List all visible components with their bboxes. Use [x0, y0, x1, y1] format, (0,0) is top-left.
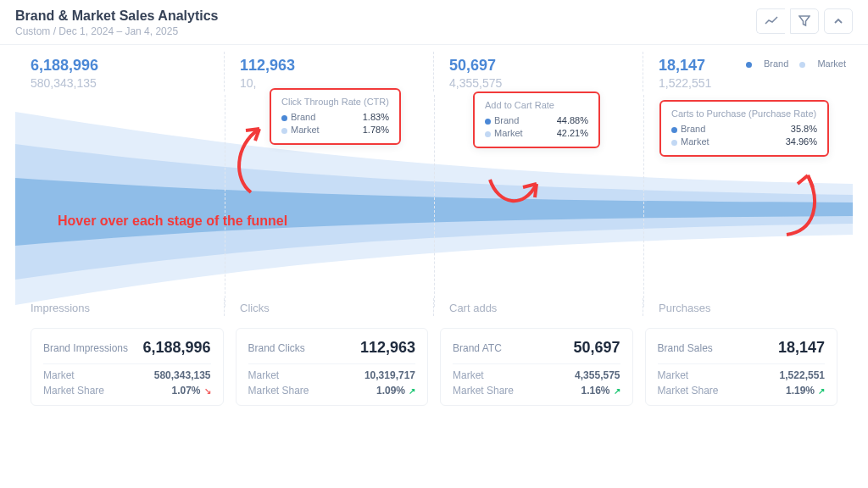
card-brand-label: Brand Sales: [658, 342, 713, 354]
chart-view-button[interactable]: [756, 8, 785, 34]
ctr-market: 1.78%: [363, 125, 389, 135]
stage-numbers-row: 6,188,996 580,343,135 112,963 10, 50,697…: [15, 52, 853, 92]
metric-card-impressions[interactable]: Brand Impressions 6,188,996 Market580,34…: [31, 328, 224, 406]
card-brand-label: Brand Clicks: [248, 342, 305, 354]
card-share-label: Market Share: [248, 385, 309, 396]
line-chart-icon: [765, 15, 778, 27]
tooltip-title: Click Through Rate (CTR): [281, 97, 389, 107]
filter-button[interactable]: [790, 8, 819, 34]
tooltip-atc: Add to Cart Rate Brand44.88% Market42.21…: [473, 92, 600, 148]
stage-col-impressions[interactable]: 6,188,996 580,343,135: [15, 52, 225, 92]
brand-count: 50,697: [449, 57, 627, 75]
card-share-value: 1.07%: [171, 385, 200, 396]
market-count: 1,522,551: [659, 76, 837, 90]
title-block: Brand & Market Sales Analytics Custom / …: [15, 8, 219, 37]
card-market-value: 4,355,575: [575, 369, 620, 381]
trend-up-icon: ↗: [614, 386, 620, 396]
chevron-up-icon: [833, 16, 843, 26]
atc-market: 42.21%: [557, 128, 588, 138]
funnel-chart[interactable]: Click Through Rate (CTR) Brand1.83% Mark…: [15, 95, 853, 307]
card-brand-label: Brand Impressions: [43, 342, 128, 354]
brand-count: 6,188,996: [31, 57, 209, 75]
legend-dot-brand: [746, 62, 752, 68]
tooltip-ctr: Click Through Rate (CTR) Brand1.83% Mark…: [270, 88, 401, 145]
legend-market: Market: [817, 58, 846, 69]
card-share-value: 1.19%: [786, 385, 815, 396]
card-share-value: 1.16%: [581, 385, 609, 396]
card-market-label: Market: [658, 369, 689, 381]
legend-brand: Brand: [764, 58, 788, 69]
collapse-button[interactable]: [824, 8, 853, 34]
tooltip-title: Carts to Purchase (Purchase Rate): [671, 108, 817, 119]
card-brand-value: 112,963: [360, 339, 415, 357]
card-share-label: Market Share: [43, 385, 104, 396]
page-title: Brand & Market Sales Analytics: [15, 8, 219, 24]
trend-down-icon: ↘: [204, 386, 211, 396]
tooltip-purchase: Carts to Purchase (Purchase Rate) Brand3…: [659, 100, 829, 157]
brand-count: 112,963: [240, 57, 418, 75]
card-brand-value: 50,697: [573, 339, 620, 357]
ctr-brand: 1.83%: [363, 112, 389, 122]
funnel-icon: [798, 15, 810, 27]
card-market-label: Market: [248, 369, 280, 381]
date-range[interactable]: Custom / Dec 1, 2024 – Jan 4, 2025: [15, 25, 219, 37]
card-brand-value: 18,147: [778, 339, 825, 357]
annotation-text: Hover over each stage of the funnel: [58, 214, 287, 229]
market-count: 580,343,135: [31, 76, 209, 90]
card-share-label: Market Share: [453, 385, 514, 396]
market-count: 4,355,575: [449, 76, 627, 90]
legend: Brand Market: [737, 58, 846, 69]
page-header: Brand & Market Sales Analytics Custom / …: [0, 0, 868, 45]
metric-card-clicks[interactable]: Brand Clicks 112,963 Market10,319,717 Ma…: [236, 328, 429, 406]
card-market-value: 1,522,551: [780, 369, 825, 381]
metric-card-cartadds[interactable]: Brand ATC 50,697 Market4,355,575 Market …: [440, 328, 633, 406]
metric-cards-row: Brand Impressions 6,188,996 Market580,34…: [15, 316, 853, 414]
main-area: 6,188,996 580,343,135 112,963 10, 50,697…: [0, 45, 868, 414]
card-market-label: Market: [43, 369, 75, 381]
card-share-value: 1.09%: [376, 385, 405, 396]
legend-dot-market: [799, 62, 805, 68]
card-brand-label: Brand ATC: [453, 342, 502, 354]
col-divider: [225, 95, 225, 307]
purch-brand: 35.8%: [791, 124, 817, 134]
atc-brand: 44.88%: [557, 115, 588, 125]
card-share-label: Market Share: [658, 385, 719, 396]
card-market-value: 580,343,135: [154, 369, 211, 381]
col-divider: [434, 95, 435, 307]
tooltip-title: Add to Cart Rate: [485, 100, 588, 110]
metric-card-purchases[interactable]: Brand Sales 18,147 Market1,522,551 Marke…: [645, 328, 838, 406]
card-market-value: 10,319,717: [364, 369, 415, 381]
card-brand-value: 6,188,996: [142, 339, 210, 357]
stage-col-clicks[interactable]: 112,963 10,: [225, 52, 434, 92]
stage-col-purchases[interactable]: 18,147 1,522,551 Brand Market: [643, 52, 853, 92]
purch-market: 34.96%: [786, 136, 817, 147]
trend-up-icon: ↗: [818, 386, 825, 396]
card-market-label: Market: [453, 369, 484, 381]
trend-up-icon: ↗: [409, 386, 415, 396]
stage-col-cartadds[interactable]: 50,697 4,355,575: [434, 52, 643, 92]
col-divider: [643, 95, 644, 307]
header-actions: [756, 8, 853, 34]
